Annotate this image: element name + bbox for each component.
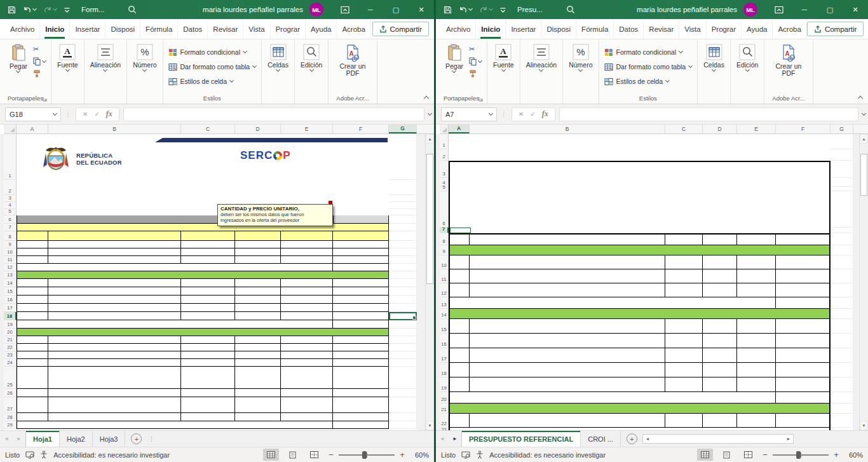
cell[interactable] <box>389 134 417 180</box>
cell[interactable] <box>181 287 235 296</box>
cell[interactable] <box>665 269 703 283</box>
cell[interactable] <box>181 256 235 264</box>
cell[interactable] <box>281 389 333 397</box>
cell-styles-button[interactable]: Estilos de celda <box>168 75 257 88</box>
cell[interactable] <box>17 195 389 202</box>
row-header-12[interactable]: 12 <box>4 264 17 271</box>
document-title-cell[interactable] <box>17 180 389 195</box>
row-header-2[interactable]: 2 <box>440 149 449 161</box>
row-header-23[interactable]: 23 <box>440 428 449 430</box>
selected-cell[interactable] <box>389 312 417 320</box>
cell-styles-button[interactable]: Estilos de celda <box>604 75 693 88</box>
cell[interactable] <box>389 413 417 421</box>
cell[interactable] <box>389 336 417 344</box>
cell[interactable] <box>703 283 737 297</box>
cell[interactable] <box>470 283 665 297</box>
cell[interactable] <box>449 377 470 392</box>
subtotal-value[interactable] <box>333 421 389 429</box>
format-painter-icon[interactable] <box>33 69 46 78</box>
cell[interactable] <box>831 309 853 319</box>
cell[interactable] <box>703 348 737 363</box>
cell[interactable] <box>665 319 703 334</box>
section-header[interactable] <box>17 329 389 336</box>
save-icon[interactable] <box>8 6 16 14</box>
ribbon-tab-datos[interactable]: Datos <box>178 19 208 39</box>
row-header-15[interactable]: 15 <box>4 287 17 296</box>
table-column-header[interactable] <box>48 231 181 241</box>
enter-formula-icon[interactable]: ✓ <box>94 111 99 118</box>
column-header-B[interactable]: B <box>48 125 181 133</box>
cell[interactable] <box>737 348 776 363</box>
number-format-button[interactable]: % Número <box>564 42 597 73</box>
display-settings-icon[interactable] <box>461 451 470 459</box>
create-pdf-button[interactable]: A Crear un PDF <box>335 42 370 79</box>
row-header-16[interactable]: 16 <box>440 334 449 348</box>
column-header-F[interactable]: F <box>333 125 389 133</box>
cell[interactable] <box>235 248 281 256</box>
section-header[interactable] <box>449 404 831 414</box>
sheet-tab-3[interactable]: Hoja3 <box>93 431 126 447</box>
cell[interactable] <box>389 231 417 241</box>
cell[interactable] <box>333 351 389 359</box>
column-header-G[interactable]: G <box>389 125 417 133</box>
row-header-13[interactable]: 13 <box>4 271 17 279</box>
clipboard-dialog-launcher-icon[interactable] <box>43 97 48 102</box>
subtotal-value[interactable] <box>333 320 389 329</box>
row-header-14[interactable]: 14 <box>440 309 449 319</box>
row-header-1[interactable]: 1 <box>440 134 449 149</box>
cell[interactable] <box>449 228 831 233</box>
vertical-scrollbar[interactable]: ▲ ▼ <box>859 134 868 430</box>
ribbon-tab-prograr[interactable]: Prograr <box>271 19 306 39</box>
cell[interactable] <box>181 389 235 397</box>
row-header-7[interactable]: 7 <box>440 228 449 233</box>
cut-button[interactable]: ✂ <box>469 44 482 54</box>
normal-view-button[interactable] <box>697 449 713 461</box>
conditional-formatting-button[interactable]: Formato condicional <box>604 46 693 58</box>
total-value[interactable] <box>333 215 389 224</box>
project-description[interactable] <box>449 191 831 228</box>
editing-button[interactable]: Edición <box>296 42 327 73</box>
table-column-header[interactable] <box>281 231 333 241</box>
cell[interactable] <box>17 336 48 344</box>
cell[interactable] <box>831 255 853 269</box>
ribbon-tab-acroba[interactable]: Acroba <box>773 19 806 39</box>
cell[interactable] <box>181 279 235 287</box>
cell[interactable] <box>333 336 389 344</box>
cell[interactable] <box>281 344 333 351</box>
cell[interactable] <box>235 351 281 359</box>
cell[interactable] <box>333 312 389 320</box>
cell[interactable] <box>776 255 831 269</box>
zoom-slider[interactable] <box>339 454 395 456</box>
undo-button[interactable] <box>459 6 472 13</box>
cell[interactable] <box>831 414 853 428</box>
row-header-17[interactable]: 17 <box>440 348 449 363</box>
cell[interactable] <box>235 296 281 304</box>
ribbon-tab-disposi[interactable]: Disposi <box>541 19 576 39</box>
cancel-formula-icon[interactable]: ✕ <box>83 111 88 118</box>
cell[interactable] <box>17 248 48 256</box>
cell[interactable] <box>235 304 281 312</box>
search-icon[interactable] <box>566 5 575 14</box>
cell[interactable] <box>17 359 48 367</box>
column-header-G[interactable]: G <box>831 125 853 133</box>
cell[interactable] <box>281 241 333 248</box>
avatar[interactable]: ML <box>743 3 757 17</box>
cell[interactable] <box>737 414 776 428</box>
zoom-level[interactable]: 60% <box>411 451 429 459</box>
zoom-slider[interactable] <box>773 454 829 456</box>
cell[interactable] <box>17 279 48 287</box>
new-sheet-button[interactable]: + <box>131 433 142 444</box>
cell[interactable] <box>831 428 853 430</box>
cell[interactable] <box>281 351 333 359</box>
table-column-header[interactable] <box>737 233 776 245</box>
ribbon-tab-insertar[interactable]: Insertar <box>506 19 541 39</box>
row-header-29[interactable]: 29 <box>4 421 17 429</box>
vertical-scrollbar[interactable]: ▲ ▼ <box>425 134 434 430</box>
subtotal-value[interactable] <box>776 297 831 309</box>
cell[interactable] <box>235 287 281 296</box>
column-header-C[interactable]: C <box>181 125 235 133</box>
cell[interactable] <box>17 287 48 296</box>
cell[interactable] <box>17 304 48 312</box>
section-header[interactable] <box>449 245 831 255</box>
cell[interactable] <box>737 377 776 392</box>
